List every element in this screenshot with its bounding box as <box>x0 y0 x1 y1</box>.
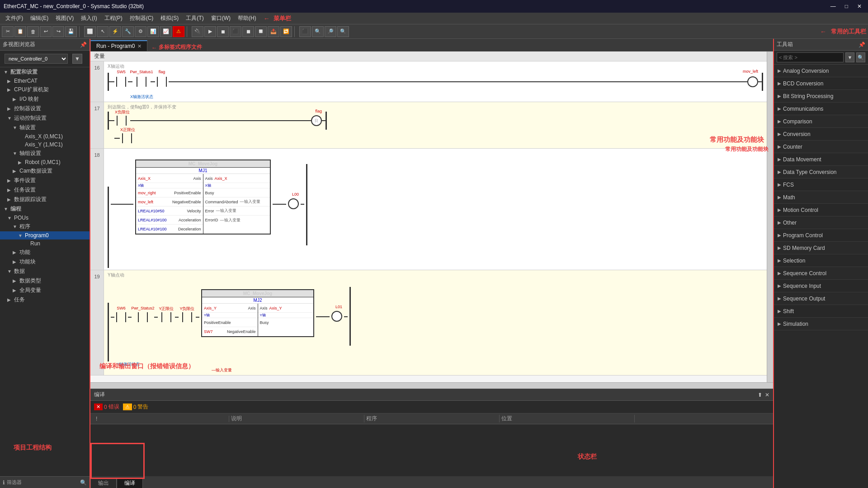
tree-funcblocks[interactable]: ▶ 功能块 <box>0 257 90 267</box>
toolbar-b3[interactable]: ⚡ <box>109 26 121 37</box>
toolbar-redo[interactable]: ↪ <box>52 26 64 37</box>
toolbar-b7[interactable]: 📈 <box>160 26 172 37</box>
toolbox-bcd-conversion[interactable]: ▶ BCD Conversion <box>774 77 868 90</box>
bottom-tab-output[interactable]: 输出 <box>90 478 117 488</box>
vertical-scrollbar[interactable] <box>767 52 773 382</box>
tree-io[interactable]: ▶ I/O 映射 <box>0 94 90 104</box>
controller-settings-btn[interactable]: ▼ <box>72 54 82 64</box>
tree-data[interactable]: ▼ 数据 <box>0 267 90 276</box>
tab-run-program0[interactable]: Run - Program0 ✕ <box>90 40 147 51</box>
fb-mj2[interactable]: MC_MoveJog MJ2 Axis_Y Axis <box>201 289 314 337</box>
contact-sw6[interactable]: SW6 <box>114 312 128 322</box>
toolbar-zoom-fit[interactable]: 🔍 <box>337 26 349 37</box>
toolbox-sequence-output[interactable]: ▶ Sequence Output <box>774 292 868 305</box>
tree-pous[interactable]: ▼ POUs <box>0 214 90 222</box>
tree-run[interactable]: Run <box>0 239 90 248</box>
bottom-panel-float-btn[interactable]: ⬆ <box>758 392 762 398</box>
tree-datatrace[interactable]: ▶ 数据跟踪设置 <box>0 195 90 204</box>
toolbar-undo[interactable]: ↩ <box>40 26 52 37</box>
coil-l01[interactable]: L01 <box>331 311 342 322</box>
contact-ypos[interactable]: Y正限位 <box>158 312 175 322</box>
window-controls[interactable]: — □ ✕ <box>828 2 864 10</box>
toolbar-b2[interactable]: ↖ <box>97 26 108 37</box>
toolbox-search-btn[interactable]: ▼ <box>845 52 854 62</box>
toolbox-selection[interactable]: ▶ Selection <box>774 254 868 267</box>
toolbox-sequence-control[interactable]: ▶ Sequence Control <box>774 267 868 280</box>
toolbar-b10[interactable]: ▶ <box>204 26 216 37</box>
menu-edit[interactable]: 编辑(E) <box>27 13 52 23</box>
tab-close-btn[interactable]: ✕ <box>137 43 142 49</box>
bottom-panel-close-btn[interactable]: ✕ <box>765 392 769 398</box>
toolbar-b11[interactable]: ⏹ <box>217 26 229 37</box>
toolbox-controls[interactable]: 📌 <box>859 42 865 48</box>
tree-tasks[interactable]: ▶ 任务 <box>0 295 90 305</box>
toolbox-communications[interactable]: ▶ Communications <box>774 103 868 115</box>
tree-cpu[interactable]: ▶ CPU/扩展机架 <box>0 85 90 94</box>
tree-task[interactable]: ▶ 任务设置 <box>0 185 90 195</box>
left-panel-pin[interactable]: 📌 <box>80 42 87 48</box>
close-button[interactable]: ✕ <box>854 2 864 10</box>
toolbox-data-movement[interactable]: ▶ Data Movement <box>774 153 868 166</box>
toolbar-b12[interactable]: ⬛ <box>230 26 241 37</box>
contact-pwr1[interactable]: Pwr_Status1 <box>132 77 151 87</box>
toolbox-analog-conversion[interactable]: ▶ Analog Conversion <box>774 65 868 77</box>
toolbar-save[interactable]: 💾 <box>65 26 77 37</box>
toolbar-zoom-in[interactable]: 🔍 <box>312 26 324 37</box>
tree-ethercat[interactable]: ▶ EtherCAT <box>0 77 90 85</box>
toolbox-search-input[interactable] <box>777 52 844 62</box>
tree-axis[interactable]: ▼ 轴设置 <box>0 123 90 132</box>
contact-yneg[interactable]: Y负限位 <box>179 312 196 322</box>
menu-controller[interactable]: 控制器(C) <box>126 13 157 23</box>
contact-sw5[interactable]: SW5 <box>114 77 128 87</box>
left-panel-filter-btn[interactable]: 🔍 <box>80 479 87 486</box>
toolbox-data-type-conversion[interactable]: ▶ Data Type Conversion <box>774 166 868 178</box>
contact-xneg[interactable]: X负限位 <box>114 116 130 126</box>
tree-programs[interactable]: ▼ 程序 <box>0 222 90 231</box>
horizontal-scrollbar[interactable] <box>90 382 773 389</box>
coil-flag17[interactable]: flag R <box>311 115 322 126</box>
toolbar-cut[interactable]: ✂ <box>2 26 14 37</box>
toolbar-b8[interactable]: ⚠ <box>173 26 184 37</box>
minimize-button[interactable]: — <box>828 2 839 10</box>
toolbar-b16[interactable]: 🔁 <box>280 26 292 37</box>
menu-tools[interactable]: 工具(T) <box>182 13 207 23</box>
tree-axisgroup[interactable]: ▼ 轴组设置 <box>0 149 90 158</box>
tree-ctrl-settings[interactable]: ▶ 控制器设置 <box>0 104 90 113</box>
menu-file[interactable]: 文件(F) <box>2 13 27 23</box>
tree-program0[interactable]: ▼ Program0 <box>0 231 90 239</box>
toolbar-b4[interactable]: 🔧 <box>122 26 134 37</box>
toolbox-math[interactable]: ▶ Math <box>774 191 868 204</box>
bottom-panel-controls[interactable]: ⬆ ✕ <box>758 392 769 398</box>
toolbar-zoom-out[interactable]: 🔎 <box>325 26 336 37</box>
toolbox-conversion[interactable]: ▶ Conversion <box>774 128 868 141</box>
toolbar-b5[interactable]: ⚙ <box>135 26 146 37</box>
toolbar-b13[interactable]: ◼ <box>242 26 254 37</box>
contact-xpos[interactable]: X正限位 <box>120 133 136 143</box>
menu-insert[interactable]: 插入(I) <box>77 13 100 23</box>
menu-project[interactable]: 工程(P) <box>101 13 126 23</box>
toolbox-search-go[interactable]: 🔍 <box>856 52 865 62</box>
tree-axisx[interactable]: Axis_X (0,MC1) <box>0 132 90 141</box>
coil-movleft[interactable]: mov_left <box>747 76 758 87</box>
toolbox-sd-memory[interactable]: ▶ SD Memory Card <box>774 242 868 254</box>
toolbar-b15[interactable]: 📤 <box>268 26 279 37</box>
tree-event[interactable]: ▶ 事件设置 <box>0 176 90 185</box>
toolbox-pin-btn[interactable]: 📌 <box>859 42 865 48</box>
bottom-tab-compile[interactable]: 编译 <box>117 478 143 488</box>
toolbar-delete[interactable]: 🗑 <box>27 26 39 37</box>
menu-simulate[interactable]: 模拟(S) <box>157 13 182 23</box>
tree-programming[interactable]: ▼ 编程 <box>0 204 90 214</box>
menu-help[interactable]: 帮助(H) <box>234 13 260 23</box>
tree-functions[interactable]: ▶ 功能 <box>0 248 90 257</box>
toolbox-shift[interactable]: ▶ Shift <box>774 305 868 318</box>
contact-pwr2[interactable]: Pwr_Status2 <box>132 312 154 322</box>
tree-axisy[interactable]: Axis_Y (1,MC1) <box>0 141 90 149</box>
toolbar-b1[interactable]: ⬜ <box>84 26 96 37</box>
tree-motion[interactable]: ▼ 运动控制设置 <box>0 113 90 123</box>
toolbox-program-control[interactable]: ▶ Program Control <box>774 229 868 242</box>
toolbar-copy[interactable]: 📋 <box>14 26 26 37</box>
toolbox-simulation[interactable]: ▶ Simulation <box>774 318 868 330</box>
toolbar-b14[interactable]: 🔲 <box>255 26 267 37</box>
toolbar-b6[interactable]: 📊 <box>147 26 159 37</box>
tree-cam[interactable]: ▶ Cam数据设置 <box>0 166 90 176</box>
